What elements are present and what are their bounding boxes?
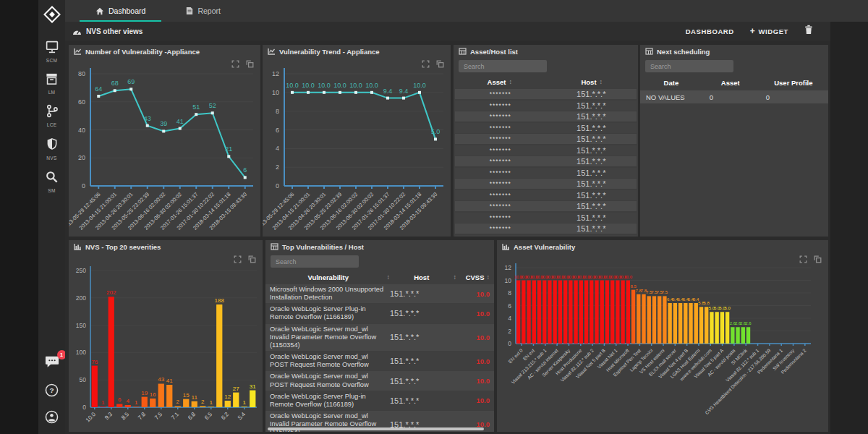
svg-text:1: 1 bbox=[101, 399, 105, 406]
panel-header: Asset/Host list bbox=[454, 45, 638, 58]
svg-text:5.4: 5.4 bbox=[237, 411, 247, 422]
table-icon bbox=[459, 48, 467, 55]
svg-text:6.2: 6.2 bbox=[220, 411, 231, 422]
scheduling-search-input[interactable] bbox=[645, 60, 733, 72]
panel-header: NVS - Top 20 severities bbox=[69, 240, 263, 253]
expand-icon[interactable] bbox=[799, 255, 807, 263]
chat-button[interactable]: 1 bbox=[44, 355, 60, 372]
asset-cell: ******* bbox=[455, 237, 546, 237]
svg-text:5.0: 5.0 bbox=[431, 128, 441, 135]
table-row[interactable]: Microsoft Windows 2000 Unsupported Insta… bbox=[265, 284, 494, 303]
table-row[interactable]: *******151.*.*.* bbox=[455, 89, 637, 99]
svg-text:4: 4 bbox=[127, 398, 130, 404]
table-row[interactable]: Oracle WebLogic Server Plug-in Remote Ov… bbox=[265, 304, 494, 323]
expand-icon[interactable] bbox=[231, 60, 239, 68]
vulnerability-cell: Oracle WebLogic Server mod_wl POST Reque… bbox=[270, 373, 390, 388]
branch-icon bbox=[46, 104, 59, 118]
cvss-cell: 10.0 bbox=[456, 357, 490, 365]
host-cell: 151.*.*.* bbox=[546, 169, 637, 177]
asset-host-search-input[interactable] bbox=[459, 60, 547, 72]
table-row[interactable]: *******151.*.*.* bbox=[455, 213, 637, 223]
help-button[interactable]: ? bbox=[45, 383, 59, 400]
svg-text:12: 12 bbox=[272, 70, 279, 77]
table-row[interactable]: Oracle WebLogic Server mod_wl POST Reque… bbox=[265, 371, 494, 390]
line-chart-vulnerability-trend[interactable]: 0246810122013-05-29 12:45:062013-04-15 2… bbox=[263, 58, 451, 237]
svg-text:10: 10 bbox=[272, 89, 279, 96]
table-row[interactable]: Oracle WebLogic Server Plug-in Remote Ov… bbox=[265, 391, 494, 410]
add-widget-button[interactable]: + WIDGET bbox=[750, 27, 788, 35]
tab-dashboard[interactable]: Dashboard bbox=[75, 0, 166, 22]
table-row[interactable]: *******151.*.*.* bbox=[455, 101, 637, 111]
expand-icon[interactable] bbox=[422, 60, 430, 68]
sidebar-item-lm[interactable]: LM bbox=[45, 72, 59, 95]
widget-grid: Number of Vulnerability -Appliance 02040… bbox=[65, 41, 868, 434]
sort-icon[interactable]: ↕ bbox=[487, 273, 490, 281]
svg-text:10.0: 10.0 bbox=[85, 411, 98, 424]
line-chart-number-of-vulnerability[interactable]: 0204060802013-05-29 12:45:062013-04-15 2… bbox=[69, 58, 260, 237]
table-row[interactable]: *******151.*.*.* bbox=[455, 156, 637, 166]
table-row[interactable]: *******151.*.*.* bbox=[455, 235, 637, 237]
svg-text:9.3: 9.3 bbox=[103, 411, 114, 422]
svg-text:6: 6 bbox=[118, 396, 122, 403]
panel-title: Asset Vulnerability bbox=[514, 243, 575, 251]
sidebar-item-lce[interactable]: LCE bbox=[46, 104, 59, 127]
sidebar-item-sm[interactable]: SM bbox=[45, 170, 59, 193]
svg-text:10.0: 10.0 bbox=[302, 82, 315, 89]
asset-cell: ******* bbox=[455, 203, 546, 210]
restore-icon[interactable] bbox=[248, 255, 256, 263]
table-row[interactable]: *******151.*.*.* bbox=[455, 111, 637, 122]
vulnerability-search-input[interactable] bbox=[271, 255, 359, 268]
svg-text:15: 15 bbox=[183, 392, 190, 399]
expand-icon[interactable] bbox=[234, 255, 242, 263]
asset-cell: ******* bbox=[455, 135, 546, 142]
add-widget-label: WIDGET bbox=[758, 27, 788, 35]
vulnerability-cell: Oracle WebLogic Server Plug-in Remote Ov… bbox=[270, 305, 390, 321]
table-row[interactable]: *******151.*.*.* bbox=[455, 123, 637, 133]
chart-controls bbox=[234, 255, 256, 263]
line-chart-icon bbox=[74, 48, 82, 55]
shield-icon bbox=[46, 137, 59, 151]
svg-text:5.8: 5.8 bbox=[704, 301, 710, 305]
bar-chart-top-20-severities[interactable]: 0501001502002507612026411916434121511211… bbox=[69, 253, 263, 432]
table-row[interactable]: Oracle WebLogic Server mod_wl POST Reque… bbox=[265, 352, 494, 370]
table-row[interactable]: *******151.*.*.* bbox=[455, 168, 637, 178]
svg-text:9.4: 9.4 bbox=[399, 88, 409, 95]
table-row[interactable]: *******151.*.*.* bbox=[455, 201, 637, 211]
table-row[interactable]: NO VALUES 0 0 bbox=[640, 90, 828, 103]
table-row[interactable]: Oracle WebLogic Server mod_wl Invalid Pa… bbox=[265, 324, 494, 351]
restore-icon[interactable] bbox=[436, 60, 444, 68]
svg-text:41: 41 bbox=[166, 378, 173, 384]
widget-number-of-vulnerability: Number of Vulnerability -Appliance 02040… bbox=[69, 45, 260, 237]
sort-icon[interactable]: ↕ bbox=[600, 78, 603, 85]
svg-text:150: 150 bbox=[76, 322, 86, 329]
table-row[interactable]: *******151.*.*.* bbox=[455, 145, 637, 156]
delete-dashboard-button[interactable] bbox=[804, 25, 813, 38]
table-row[interactable]: *******151.*.*.* bbox=[455, 179, 637, 189]
svg-text:?: ? bbox=[49, 386, 54, 394]
table-row[interactable]: *******151.*.*.* bbox=[455, 134, 637, 144]
account-button[interactable] bbox=[45, 410, 59, 427]
sidebar-item-scm[interactable]: SCM bbox=[45, 41, 59, 63]
host-cell: 151.*.*.* bbox=[546, 179, 637, 188]
svg-text:80: 80 bbox=[78, 70, 85, 77]
archive-icon bbox=[45, 72, 59, 85]
sidebar-bottom: 1 ? bbox=[44, 355, 60, 434]
table-row[interactable]: *******151.*.*.* bbox=[455, 224, 637, 234]
table-row[interactable]: *******151.*.*.* bbox=[455, 190, 637, 200]
restore-icon[interactable] bbox=[246, 60, 254, 68]
horizontal-scrollbar[interactable] bbox=[268, 427, 484, 430]
restore-icon[interactable] bbox=[814, 255, 822, 263]
sidebar-item-label: SCM bbox=[45, 58, 59, 63]
app-logo[interactable] bbox=[43, 5, 61, 27]
plus-icon: + bbox=[750, 27, 756, 35]
cvss-cell: 10.0 bbox=[456, 310, 490, 318]
bar-chart-asset-vulnerability[interactable]: 02468101210.010.010.010.010.010.010.010.… bbox=[497, 253, 828, 432]
dashboard-button[interactable]: DASHBOARD bbox=[686, 27, 734, 35]
svg-text:2: 2 bbox=[508, 328, 511, 335]
sidebar-item-label: SM bbox=[45, 188, 59, 193]
tab-report[interactable]: Report bbox=[166, 0, 241, 22]
cvss-cell: 10.0 bbox=[456, 377, 490, 385]
sort-icon[interactable]: ↕ bbox=[509, 78, 512, 85]
sidebar-item-nvs[interactable]: NVS bbox=[46, 137, 59, 161]
main-area: Dashboard Report NVS other views bbox=[65, 0, 868, 434]
